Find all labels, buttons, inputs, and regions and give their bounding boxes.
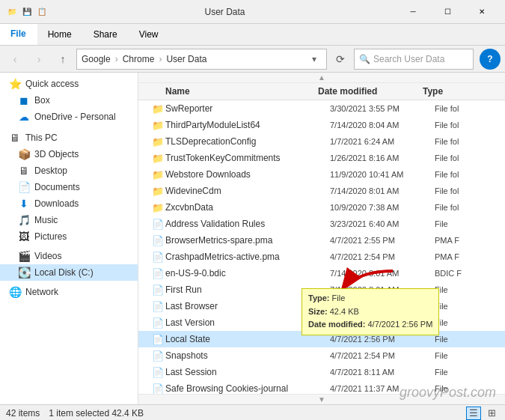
- file-type: File fol: [435, 121, 505, 130]
- file-area: ▲ Name Date modified Type 📁SwReporter3/3…: [138, 73, 505, 404]
- table-row[interactable]: 📁WidevineCdm7/14/2020 8:01 AMFile fol: [138, 183, 505, 199]
- table-row[interactable]: 📁TLSDeprecationConfig1/7/2021 6:24 AMFil…: [138, 133, 505, 150]
- sidebar-item-3d-objects[interactable]: 📦 3D Objects: [0, 146, 138, 162]
- table-row[interactable]: 📄Local State4/7/2021 2:56 PMFile: [138, 331, 505, 347]
- ribbon: File Home Share View: [0, 24, 505, 46]
- network-icon: 🌐: [9, 286, 21, 298]
- file-name: Snapshots: [165, 350, 330, 361]
- file-name: Safe Browsing Cookies-journal: [165, 383, 330, 394]
- breadcrumb-userdata[interactable]: User Data: [166, 54, 206, 64]
- sidebar-item-pictures[interactable]: 🖼 Pictures: [0, 228, 138, 245]
- sidebar-item-music[interactable]: 🎵 Music: [0, 212, 138, 228]
- file-name: Last Browser: [165, 301, 330, 311]
- refresh-button[interactable]: ⟳: [330, 49, 351, 70]
- copy-icon[interactable]: 📋: [36, 6, 48, 18]
- file-date: 10/9/2020 7:38 AM: [330, 203, 435, 212]
- sidebar-item-downloads[interactable]: ⬇ Downloads: [0, 195, 138, 212]
- sidebar-label-documents: Documents: [34, 182, 80, 192]
- sidebar-item-this-pc[interactable]: 🖥 This PC: [0, 130, 138, 146]
- sidebar-label-3d-objects: 3D Objects: [34, 149, 79, 159]
- table-row[interactable]: 📄Snapshots4/7/2021 2:54 PMFile: [138, 347, 505, 364]
- breadcrumb-chrome[interactable]: Chrome: [123, 54, 155, 64]
- sidebar-label-local-disk: Local Disk (C:): [34, 267, 94, 278]
- sidebar-item-network[interactable]: 🌐 Network: [0, 284, 138, 300]
- file-date: 1/7/2021 6:24 AM: [330, 137, 435, 146]
- file-icon: 📄: [150, 252, 165, 263]
- file-icon: 📄: [150, 383, 165, 395]
- up-button[interactable]: ↑: [52, 49, 73, 70]
- table-row[interactable]: 📁ZxcvbnData10/9/2020 7:38 AMFile fol: [138, 199, 505, 216]
- close-button[interactable]: ✕: [465, 0, 499, 24]
- file-name: Address Validation Rules: [165, 219, 330, 229]
- table-row[interactable]: 📄First Run7/14/2020 8:01 AMFile: [138, 281, 505, 298]
- file-type: File: [435, 384, 505, 393]
- back-button[interactable]: ‹: [4, 49, 25, 70]
- sidebar-item-desktop[interactable]: 🖥 Desktop: [0, 162, 138, 179]
- sidebar-label-downloads: Downloads: [34, 198, 79, 209]
- tab-share[interactable]: Share: [83, 24, 129, 45]
- search-icon: 🔍: [359, 54, 370, 64]
- view-details-button[interactable]: ☰: [466, 407, 481, 420]
- file-icon: 📁: [150, 103, 165, 115]
- table-row[interactable]: 📄Last Browser4/7/2021 2:54 PMFile: [138, 298, 505, 314]
- table-row[interactable]: 📁TrustTokenKeyCommitments1/26/2021 8:16 …: [138, 150, 505, 166]
- file-type: File: [435, 285, 505, 294]
- breadcrumb-google[interactable]: Google: [82, 54, 111, 64]
- address-bar[interactable]: Google › Chrome › User Data ▾: [76, 49, 327, 70]
- sidebar-item-quick-access[interactable]: ⭐ Quick access: [0, 76, 138, 92]
- breadcrumb-sep-1: ›: [115, 54, 118, 64]
- file-type: File fol: [435, 203, 505, 212]
- status-count: 42 items: [6, 408, 40, 419]
- file-type: File: [435, 368, 505, 377]
- tab-home[interactable]: Home: [37, 24, 83, 45]
- sidebar-item-box[interactable]: ◼ Box: [0, 92, 138, 109]
- sidebar-label-music: Music: [34, 215, 58, 225]
- maximize-button[interactable]: ☐: [430, 0, 465, 24]
- minimize-button[interactable]: ─: [396, 0, 430, 24]
- scroll-up-indicator[interactable]: ▲: [138, 73, 505, 83]
- file-name: ThirdPartyModuleList64: [165, 120, 330, 130]
- col-header-type[interactable]: Type: [423, 86, 505, 97]
- table-row[interactable]: 📁ThirdPartyModuleList647/14/2020 8:04 AM…: [138, 117, 505, 133]
- sidebar-label-videos: Videos: [34, 251, 61, 261]
- help-button[interactable]: ?: [480, 49, 501, 70]
- file-list-scroll[interactable]: 📁SwReporter3/30/2021 3:55 PMFile fol📁Thi…: [138, 100, 505, 404]
- file-name: en-US-9-0.bdic: [165, 268, 330, 279]
- file-date: 7/14/2020 8:01 AM: [330, 269, 435, 278]
- sidebar-label-onedrive: OneDrive - Personal: [34, 112, 116, 122]
- file-type: File: [435, 335, 505, 344]
- sidebar-item-local-disk[interactable]: 💽 Local Disk (C:): [0, 264, 138, 281]
- file-icon: 📄: [150, 350, 165, 362]
- col-header-date[interactable]: Date modified: [318, 86, 423, 97]
- table-row[interactable]: 📄en-US-9-0.bdic7/14/2020 8:01 AMBDIC F: [138, 265, 505, 281]
- table-row[interactable]: 📄Last Version4/7/2021 2:54 PMFile: [138, 314, 505, 331]
- window-controls: ─ ☐ ✕: [396, 0, 499, 24]
- table-row[interactable]: 📁Webstore Downloads11/9/2020 10:41 AMFil…: [138, 166, 505, 183]
- tab-file[interactable]: File: [0, 24, 37, 45]
- save-icon[interactable]: 💾: [21, 6, 33, 18]
- toolbar: ‹ › ↑ Google › Chrome › User Data ▾ ⟳ 🔍 …: [0, 46, 505, 73]
- search-box[interactable]: 🔍 Search User Data: [354, 49, 474, 70]
- window-icon: 📁: [6, 6, 18, 18]
- table-row[interactable]: 📄Last Session4/7/2021 8:11 AMFile: [138, 364, 505, 380]
- sidebar-item-documents[interactable]: 📄 Documents: [0, 179, 138, 195]
- file-type: File: [435, 351, 505, 360]
- file-type: File fol: [435, 104, 505, 113]
- view-tiles-button[interactable]: ⊞: [484, 407, 499, 420]
- file-date: 4/7/2021 2:54 PM: [330, 302, 435, 311]
- sidebar-item-onedrive[interactable]: ☁ OneDrive - Personal: [0, 109, 138, 125]
- forward-button[interactable]: ›: [28, 49, 49, 70]
- col-header-name[interactable]: Name: [138, 86, 318, 97]
- file-name: Last Session: [165, 367, 330, 377]
- sidebar-item-videos[interactable]: 🎬 Videos: [0, 248, 138, 264]
- tab-view[interactable]: View: [129, 24, 170, 45]
- file-icon: 📁: [150, 136, 165, 147]
- downloads-icon: ⬇: [18, 198, 30, 210]
- table-row[interactable]: 📁SwReporter3/30/2021 3:55 PMFile fol: [138, 100, 505, 117]
- table-row[interactable]: 📄BrowserMetrics-spare.pma4/7/2021 2:55 P…: [138, 232, 505, 249]
- file-name: CrashpadMetrics-active.pma: [165, 252, 330, 262]
- table-row[interactable]: 📄CrashpadMetrics-active.pma4/7/2021 2:54…: [138, 249, 505, 265]
- table-row[interactable]: 📄Address Validation Rules3/23/2021 6:40 …: [138, 216, 505, 232]
- address-dropdown[interactable]: ▾: [307, 50, 322, 68]
- scroll-down-indicator[interactable]: ▼: [138, 394, 505, 404]
